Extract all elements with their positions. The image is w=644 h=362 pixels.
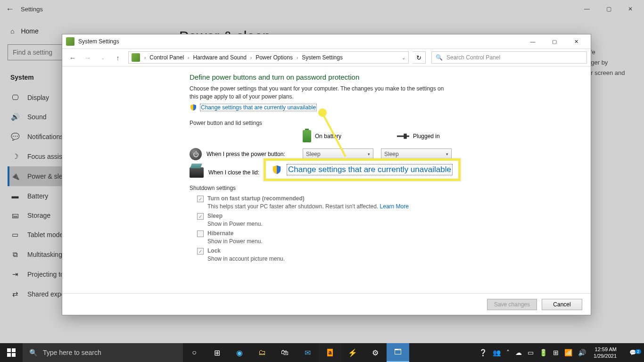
fast-startup-checkbox[interactable] [197,196,204,202]
people-tray-icon[interactable]: 👥 [490,349,504,356]
cp-search-input[interactable]: 🔍 Search Control Panel [431,51,587,64]
nav-back-button[interactable]: ← [66,51,79,64]
nav-recent-button[interactable]: ⌄ [96,51,109,64]
change-settings-link[interactable]: Change settings that are currently unava… [200,104,317,111]
annotation-callout: Change settings that are currently unava… [264,158,461,181]
crumb-system-settings[interactable]: System Settings [300,54,344,61]
chevron-down-icon: ▾ [446,152,448,156]
learn-more-link[interactable]: Learn More [380,203,409,210]
refresh-button[interactable]: ↻ [413,51,426,64]
lock-row: Lock [197,247,572,255]
crumb-hardware[interactable]: Hardware and Sound [191,54,248,61]
cortana-button[interactable]: ○ [183,343,206,362]
address-dropdown-icon[interactable]: ⌄ [402,55,405,60]
hibernate-sub: Show in Power menu. [207,238,572,245]
chevron-icon[interactable]: › [186,55,190,60]
cp-close-button[interactable]: ✕ [565,35,587,48]
store-button[interactable]: 🛍 [273,343,296,362]
dropbox-tray-icon[interactable]: ⊞ [550,349,561,356]
chevron-icon[interactable]: › [249,55,253,60]
save-changes-button[interactable]: Save changes [487,299,537,310]
cp-app-icon [66,37,74,46]
cp-title: System Settings [78,38,119,45]
hibernate-checkbox[interactable] [197,230,204,237]
power-button-icon: ⏻ [190,148,202,160]
search-icon: 🔍 [29,349,37,356]
sleep-checkbox[interactable] [197,213,204,220]
control-panel-taskbar-button[interactable]: 🗔 [387,343,409,362]
cancel-button[interactable]: Cancel [542,299,582,310]
sleep-sub: Show in Power menu. [207,221,572,227]
plugged-in-column: Plugged in [397,133,454,140]
tray-expand-icon[interactable]: ˄ [504,349,512,356]
edge-button[interactable]: ◉ [228,343,251,362]
address-bar[interactable]: › Control Panel › Hardware and Sound › P… [128,51,409,64]
plug-icon [397,133,409,140]
onedrive-tray-icon[interactable]: ☁ [512,349,525,356]
lock-checkbox[interactable] [197,248,204,255]
chevron-icon[interactable]: › [143,55,147,60]
action-center-button[interactable]: 💬2 [621,349,644,356]
lock-sub: Show in account picture menu. [207,255,572,262]
wifi-tray-icon[interactable]: 📶 [561,349,575,356]
system-tray: ❔ 👥 ˄ ☁ ▭ 🔋 ⊞ 📶 🔊 12:59 AM1/29/2021 💬2 [476,343,644,362]
sleep-row: Sleep [197,213,572,220]
cp-minimize-button[interactable]: — [522,35,544,48]
nav-forward-button[interactable]: → [81,51,94,64]
nav-up-button[interactable]: ↑ [111,51,124,64]
help-tray-icon[interactable]: ❔ [476,349,490,356]
windows-logo-icon [7,348,16,357]
explorer-button[interactable]: 🗂 [251,343,273,362]
app-button[interactable]: ⚡ [341,343,364,362]
cp-heading: Define power buttons and turn on passwor… [190,73,572,81]
shield-icon [272,165,282,175]
crumb-power-options[interactable]: Power Options [254,54,294,61]
chevron-down-icon: ▾ [368,152,370,156]
shield-icon [190,104,197,111]
cp-description: Choose the power settings that you want … [190,85,454,101]
task-view-button[interactable]: ⊞ [206,343,228,362]
shutdown-section: Shutdown settings [190,185,572,191]
amazon-button[interactable]: a [319,343,341,362]
battery-tray-icon[interactable]: 🔋 [537,349,550,356]
crumb-control-panel[interactable]: Control Panel [148,54,185,61]
settings-taskbar-button[interactable]: ⚙ [364,343,387,362]
taskbar-clock[interactable]: 12:59 AM1/29/2021 [589,346,621,359]
taskbar-search-input[interactable]: 🔍Type here to search [23,343,183,362]
hibernate-row: Hibernate [197,230,572,237]
cp-toolbar: ← → ⌄ ↑ › Control Panel › Hardware and S… [62,49,591,66]
fast-startup-sub: This helps start your PC faster after sh… [207,203,572,210]
mail-button[interactable]: ✉ [296,343,319,362]
start-button[interactable] [0,343,23,362]
fast-startup-row: Turn on fast startup (recommended) [197,195,572,202]
meet-tray-icon[interactable]: ▭ [525,349,537,356]
callout-text: Change settings that are currently unava… [287,164,453,175]
volume-tray-icon[interactable]: 🔊 [575,349,589,356]
battery-icon [303,130,311,142]
power-button-section: Power button and lid settings [190,120,572,126]
chevron-icon[interactable]: › [295,55,299,60]
cp-maximize-button[interactable]: ▢ [544,35,565,48]
taskbar: 🔍Type here to search ○ ⊞ ◉ 🗂 🛍 ✉ a ⚡ ⚙ 🗔… [0,343,644,362]
lid-icon [190,167,204,178]
cp-titlebar[interactable]: System Settings — ▢ ✕ [62,34,591,49]
address-icon [132,53,140,62]
annotation-dot [318,108,327,117]
cp-footer: Save changes Cancel [62,293,591,315]
search-icon: 🔍 [436,54,443,61]
